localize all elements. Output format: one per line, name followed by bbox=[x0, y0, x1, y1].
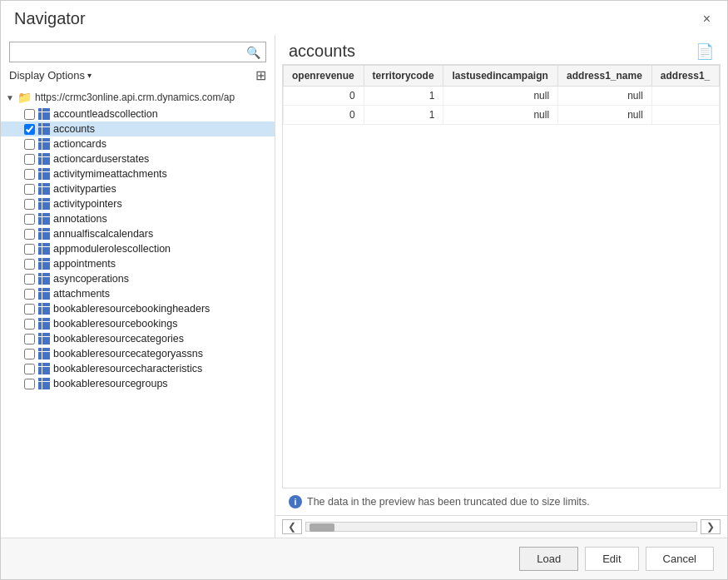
tree-item-checkbox[interactable] bbox=[24, 334, 35, 345]
tree-item-label: appointments bbox=[53, 258, 116, 270]
tree-list-item[interactable]: attachments bbox=[1, 286, 275, 301]
tree-item-checkbox[interactable] bbox=[24, 364, 35, 374]
tree-list-item[interactable]: accountleadscollection bbox=[1, 107, 275, 121]
tree-list-item[interactable]: bookableresourcebookings bbox=[1, 316, 275, 331]
tree-item-label: accounts bbox=[53, 123, 95, 135]
tree-area[interactable]: ▼ 📁 https://crmc3online.api.crm.dynamics… bbox=[1, 87, 275, 538]
tree-item-checkbox[interactable] bbox=[24, 199, 35, 210]
display-icon-button[interactable]: ⊞ bbox=[255, 67, 266, 83]
tree-item-label: activityparties bbox=[53, 183, 116, 195]
display-options-bar: Display Options ▾ ⊞ bbox=[1, 66, 275, 87]
table-icon bbox=[38, 348, 50, 359]
tree-item-label: bookableresourcecharacteristics bbox=[53, 363, 202, 374]
tree-list-item[interactable]: actioncarduserstates bbox=[1, 151, 275, 166]
tree-list-item[interactable]: activitypointers bbox=[1, 196, 275, 211]
table-icon bbox=[38, 243, 50, 255]
table-cell: 1 bbox=[364, 87, 443, 106]
title-bar: Navigator × bbox=[1, 1, 727, 35]
edit-button[interactable]: Edit bbox=[585, 547, 638, 571]
tree-item-checkbox[interactable] bbox=[24, 184, 35, 195]
tree-item-label: activitypointers bbox=[53, 198, 122, 210]
table-icon bbox=[38, 258, 50, 270]
tree-item-checkbox[interactable] bbox=[24, 274, 35, 285]
tree-item-label: asyncoperations bbox=[53, 273, 129, 285]
tree-item-checkbox[interactable] bbox=[24, 244, 35, 255]
truncated-notice: i The data in the preview has been trunc… bbox=[275, 488, 727, 515]
tree-item-checkbox[interactable] bbox=[24, 289, 35, 300]
scroll-right-button[interactable]: ❯ bbox=[701, 519, 721, 534]
close-button[interactable]: × bbox=[700, 11, 714, 27]
tree-list-item[interactable]: bookableresourcecategoryassns bbox=[1, 346, 275, 361]
search-icon-button[interactable]: 🔍 bbox=[241, 43, 265, 62]
preview-title: accounts bbox=[289, 42, 355, 61]
tree-item-label: annotations bbox=[53, 213, 107, 225]
tree-item-checkbox[interactable] bbox=[24, 169, 35, 180]
table-row: 01nullnull bbox=[284, 87, 720, 106]
tree-item-label: bookableresourcebookings bbox=[53, 318, 177, 330]
tree-list-item[interactable]: appointments bbox=[1, 256, 275, 271]
tree-item-label: actioncards bbox=[53, 138, 106, 150]
info-icon: i bbox=[289, 495, 302, 508]
tree-list-item[interactable]: bookableresourcebookingheaders bbox=[1, 301, 275, 316]
scroll-left-button[interactable]: ❮ bbox=[282, 519, 302, 534]
tree-item-label: bookableresourcegroups bbox=[53, 378, 168, 389]
table-cell: null bbox=[443, 106, 558, 125]
tree-item-label: attachments bbox=[53, 288, 110, 300]
tree-list-item[interactable]: asyncoperations bbox=[1, 271, 275, 286]
table-icon bbox=[38, 108, 50, 120]
cancel-button[interactable]: Cancel bbox=[646, 547, 714, 571]
tree-item-checkbox[interactable] bbox=[24, 349, 35, 359]
tree-item-checkbox[interactable] bbox=[24, 109, 35, 120]
tree-list-item[interactable]: bookableresourcecategories bbox=[1, 331, 275, 346]
root-label: https://crmc3online.api.crm.dynamics.com… bbox=[35, 92, 235, 103]
left-panel: 🔍 Display Options ▾ ⊞ ▼ 📁 https://crmc3o… bbox=[1, 35, 275, 538]
table-cell bbox=[651, 106, 719, 125]
tree-list-item[interactable]: bookableresourcecharacteristics bbox=[1, 361, 275, 376]
tree-list-item[interactable]: actioncards bbox=[1, 136, 275, 151]
tree-item-checkbox[interactable] bbox=[24, 139, 35, 150]
folder-icon: 📁 bbox=[17, 91, 32, 104]
table-cell: null bbox=[558, 106, 652, 125]
tree-item-checkbox[interactable] bbox=[24, 319, 35, 330]
preview-header: accounts 📄 bbox=[275, 35, 727, 64]
h-scrollbar-track[interactable] bbox=[305, 522, 697, 532]
table-icon bbox=[38, 228, 50, 240]
table-cell: null bbox=[443, 87, 558, 106]
h-scrollbar-thumb[interactable] bbox=[310, 523, 334, 532]
tree-list-item[interactable]: activityparties bbox=[1, 181, 275, 196]
truncated-message: The data in the preview has been truncat… bbox=[307, 496, 590, 508]
tree-list-item[interactable]: appmodulerolescollection bbox=[1, 241, 275, 256]
table-icon bbox=[38, 153, 50, 165]
tree-item-label: actioncarduserstates bbox=[53, 153, 149, 165]
main-content: 🔍 Display Options ▾ ⊞ ▼ 📁 https://crmc3o… bbox=[1, 35, 727, 538]
table-header-cell: address1_name bbox=[558, 66, 652, 87]
table-header-cell: openrevenue bbox=[284, 66, 364, 87]
data-table-wrapper[interactable]: openrevenueterritorycodelastusedincampai… bbox=[282, 64, 721, 488]
tree-list-item[interactable]: bookableresourcegroups bbox=[1, 376, 275, 391]
tree-item-label: bookableresourcecategoryassns bbox=[53, 348, 203, 359]
table-row: 01nullnull bbox=[284, 106, 720, 125]
tree-item-checkbox[interactable] bbox=[24, 124, 35, 135]
table-icon bbox=[38, 183, 50, 195]
export-icon-button[interactable]: 📄 bbox=[696, 42, 714, 61]
collapse-icon: ▼ bbox=[6, 93, 14, 102]
tree-item-label: appmodulerolescollection bbox=[53, 243, 171, 255]
tree-list-item[interactable]: annualfiscalcalendars bbox=[1, 226, 275, 241]
load-button[interactable]: Load bbox=[519, 547, 578, 571]
tree-root-item[interactable]: ▼ 📁 https://crmc3online.api.crm.dynamics… bbox=[1, 88, 275, 107]
tree-item-checkbox[interactable] bbox=[24, 154, 35, 165]
table-icon bbox=[38, 378, 50, 389]
search-input[interactable] bbox=[10, 42, 241, 62]
display-options-button[interactable]: Display Options ▾ bbox=[9, 69, 92, 82]
tree-list-item[interactable]: annotations bbox=[1, 211, 275, 226]
tree-item-checkbox[interactable] bbox=[24, 229, 35, 240]
table-header-cell: territorycode bbox=[364, 66, 443, 87]
tree-list-item[interactable]: accounts bbox=[1, 121, 275, 136]
table-cell bbox=[651, 87, 719, 106]
tree-item-checkbox[interactable] bbox=[24, 304, 35, 315]
display-options-label: Display Options bbox=[9, 69, 85, 82]
tree-list-item[interactable]: activitymimeattachments bbox=[1, 166, 275, 181]
tree-item-checkbox[interactable] bbox=[24, 214, 35, 225]
tree-item-checkbox[interactable] bbox=[24, 379, 35, 389]
tree-item-checkbox[interactable] bbox=[24, 259, 35, 270]
